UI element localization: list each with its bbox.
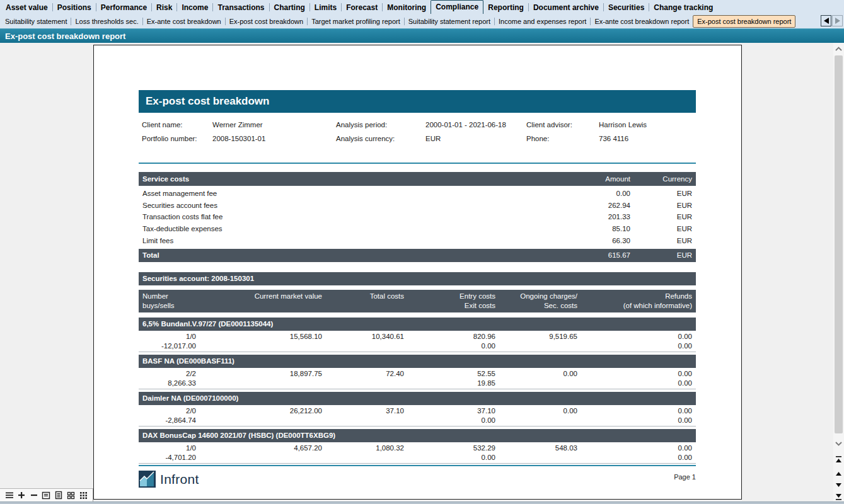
cell: 10,340.61 xyxy=(325,332,407,341)
previous-page-button[interactable] xyxy=(833,467,844,479)
cell: 26,212.00 xyxy=(199,406,325,416)
field-value: EUR xyxy=(425,135,526,142)
cost-amount: 201.33 xyxy=(529,213,630,220)
view-title-bar: Ex-post cost breakdown report xyxy=(0,28,844,43)
thumbnails-button[interactable] xyxy=(78,490,89,501)
module-tab-forecast[interactable]: Forecast xyxy=(342,1,382,14)
menu-icon xyxy=(5,491,14,499)
report-tab-loss-thresholds[interactable]: Loss thresholds sec. xyxy=(71,15,142,28)
module-tab-risk[interactable]: Risk xyxy=(152,1,176,14)
client-info-block: Client name: Werner Zimmer Analysis peri… xyxy=(139,118,696,146)
service-costs-title: Service costs xyxy=(139,175,529,183)
cell xyxy=(325,341,407,351)
two-pages-button[interactable] xyxy=(66,490,76,501)
column-header: Number buys/sells Turnover xyxy=(139,292,199,312)
report-page: Ex-post cost breakdown Client name: Wern… xyxy=(93,45,742,500)
first-page-icon xyxy=(835,456,843,463)
fit-page-icon xyxy=(42,491,50,500)
cell: -12,017.00 xyxy=(139,341,199,351)
table-row: Securities account fees 262.94 EUR xyxy=(139,200,696,212)
cell xyxy=(325,416,407,425)
module-tab-positions[interactable]: Positions xyxy=(53,1,96,14)
zoom-out-button[interactable] xyxy=(28,490,39,501)
fit-width-button[interactable] xyxy=(54,490,64,501)
table-row: Transaction costs flat fee 201.33 EUR xyxy=(139,211,696,223)
module-tab-securities[interactable]: Securities xyxy=(604,1,649,14)
zoom-out-icon xyxy=(30,491,38,499)
module-tab-transactions[interactable]: Transactions xyxy=(213,1,269,14)
report-tab-ex-ante-cost-breakdown[interactable]: Ex-ante cost breakdown xyxy=(143,15,225,28)
cost-amount: 66.30 xyxy=(529,237,630,244)
security-section: 6,5% Bundanl.V.97/27 (DE0001135044) 1/0 … xyxy=(139,318,696,352)
total-label: Total xyxy=(139,251,529,259)
security-section: BASF NA (DE000BASF111) 2/2 18,897.75 72.… xyxy=(139,355,696,389)
report-tab-ex-post-cost-breakdown-report[interactable]: Ex-post cost breakdown report xyxy=(693,15,795,28)
module-tab-charting[interactable]: Charting xyxy=(270,1,309,14)
module-tab-income[interactable]: Income xyxy=(177,1,212,14)
module-tab-bar: Asset value Positions Performance Risk I… xyxy=(0,0,844,14)
cell: 19.85 xyxy=(407,379,498,388)
cell: 0.00 xyxy=(580,416,696,425)
report-tab-suitability-statement-report[interactable]: Suitability statement report xyxy=(405,15,494,28)
cost-label: Transaction costs flat fee xyxy=(139,213,529,220)
report-preview-area: Ex-post cost breakdown Client name: Wern… xyxy=(0,43,844,504)
page-footer: Infront Page 1 xyxy=(139,465,696,488)
zoom-in-button[interactable] xyxy=(16,490,27,501)
cost-amount: 262.94 xyxy=(529,202,630,209)
module-tab-document-archive[interactable]: Document archive xyxy=(529,1,603,14)
cell: 0.00 xyxy=(580,406,696,416)
brand-wordmark: Infront xyxy=(160,472,199,487)
cell: 9,519.65 xyxy=(498,332,580,341)
report-tab-suitability-statement[interactable]: Suitability statement xyxy=(1,15,71,28)
security-data: 1/0 15,568.10 10,340.61 820.96 9,519.65 … xyxy=(139,331,696,352)
module-tab-limits[interactable]: Limits xyxy=(310,1,341,14)
report-tab-target-market-profiling[interactable]: Target market profiling report xyxy=(308,15,404,28)
module-tab-reporting[interactable]: Reporting xyxy=(483,1,528,14)
report-tab-ex-post-cost-breakdown[interactable]: Ex-post cost breakdown xyxy=(226,15,307,28)
service-costs-rows: Asset management fee 0.00 EUR Securities… xyxy=(139,188,696,246)
menu-button[interactable] xyxy=(4,490,14,501)
first-page-button[interactable] xyxy=(833,454,844,466)
scroll-up-button[interactable] xyxy=(833,43,844,54)
module-tab-change-tracking[interactable]: Change tracking xyxy=(649,1,717,14)
cell: 0.00 xyxy=(580,453,696,462)
scroll-down-button[interactable] xyxy=(833,438,844,449)
cell xyxy=(498,416,580,425)
report-tab-bar: Suitability statement Loss thresholds se… xyxy=(0,14,844,28)
security-name: DAX BonusCap 14600 2021/07 (HSBC) (DE000… xyxy=(142,432,335,439)
field-value: 2000-01-01 - 2021-06-18 xyxy=(425,121,526,129)
vertical-scrollbar[interactable] xyxy=(833,43,844,504)
cell: 1/0 xyxy=(139,444,199,453)
two-pages-icon xyxy=(67,491,75,500)
module-tab-asset-value[interactable]: Asset value xyxy=(1,1,52,14)
cell: 0.00 xyxy=(498,369,580,379)
report-tab-income-expenses-report[interactable]: Income and expenses report xyxy=(495,15,590,28)
fit-page-button[interactable] xyxy=(41,490,52,501)
field-label: Portfolio number: xyxy=(142,135,212,142)
field-label: Phone: xyxy=(526,135,599,142)
module-tab-performance[interactable]: Performance xyxy=(96,1,151,14)
tab-scroll-buttons xyxy=(821,15,843,26)
field-value: Werner Zimmer xyxy=(212,121,336,129)
total-currency: EUR xyxy=(630,251,696,259)
cell: 18,897.75 xyxy=(199,369,325,379)
application-window: Asset value Positions Performance Risk I… xyxy=(0,0,844,504)
next-page-button[interactable] xyxy=(833,479,844,491)
tab-scroll-right-button[interactable] xyxy=(832,15,843,26)
preview-toolbar xyxy=(0,488,93,501)
security-name-band: 6,5% Bundanl.V.97/27 (DE0001135044) xyxy=(139,318,696,331)
module-tab-monitoring[interactable]: Monitoring xyxy=(383,1,431,14)
module-tab-compliance[interactable]: Compliance xyxy=(431,0,483,14)
report-tab-ex-ante-cost-breakdown-report[interactable]: Ex-ante cost breakdown report xyxy=(591,15,693,28)
cell: 37.10 xyxy=(325,406,407,416)
cell: 72.40 xyxy=(325,369,407,379)
cell xyxy=(199,341,325,351)
cell: 1/0 xyxy=(139,332,199,341)
cell: 4,657.20 xyxy=(199,444,325,453)
field-label: Analysis currency: xyxy=(336,135,425,142)
field-value: 736 4116 xyxy=(599,135,696,142)
security-name: 6,5% Bundanl.V.97/27 (DE0001135044) xyxy=(142,320,273,328)
tab-scroll-left-button[interactable] xyxy=(821,15,831,26)
scrollbar-thumb[interactable] xyxy=(835,55,843,433)
cell: 0.00 xyxy=(407,416,498,425)
